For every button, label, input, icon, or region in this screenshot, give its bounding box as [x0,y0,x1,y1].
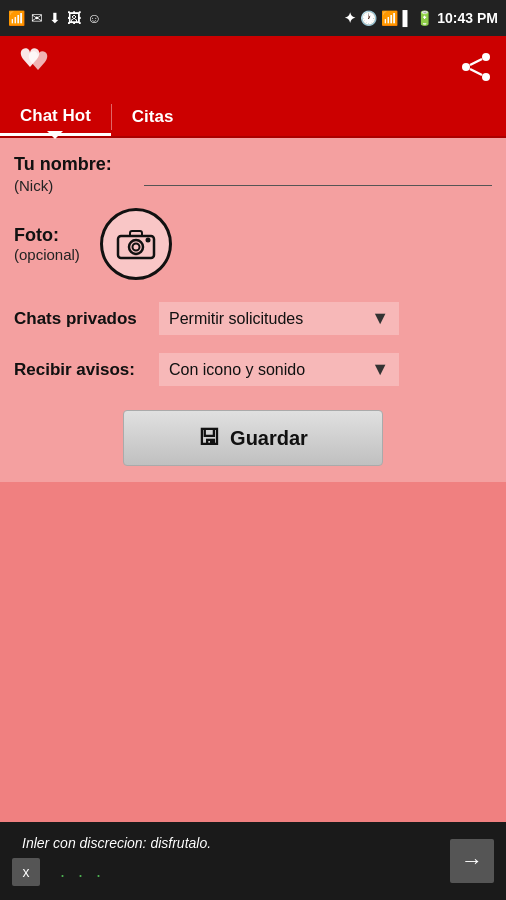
svg-line-3 [470,59,482,65]
chats-privados-dropdown[interactable]: Permitir solicitudes ▼ [159,302,399,335]
svg-point-8 [145,238,150,243]
time-display: 10:43 PM [437,10,498,26]
svg-point-6 [129,240,143,254]
photo-label-block: Foto: (opcional) [14,225,80,263]
app-logo [12,45,72,90]
photo-section: Foto: (opcional) [14,208,492,280]
main-content: Tu nombre: (Nick) Foto: (opcional) [0,138,506,482]
message-icon: ✉ [31,10,43,26]
svg-point-1 [462,63,470,71]
banner-dots: · · · [60,865,105,886]
name-field-row: Tu nombre: (Nick) [14,154,492,194]
status-icons-left: 📶 ✉ ⬇ 🖼 ☺ [8,10,101,26]
banner-close-label: x [23,864,30,880]
smiley-icon: ☺ [87,10,101,26]
bottom-banner: Inler con discrecion: disfrutalo. x · · … [0,822,506,900]
tab-bar: Chat Hot Citas [0,98,506,138]
save-button[interactable]: 🖫 Guardar [123,410,383,466]
chats-privados-arrow-icon: ▼ [371,308,389,329]
tab-citas[interactable]: Citas [112,98,194,136]
image-icon: 🖼 [67,10,81,26]
tab-chat-hot-label: Chat Hot [20,106,91,126]
photo-label: Foto: [14,225,80,246]
status-bar: 📶 ✉ ⬇ 🖼 ☺ ✦ 🕐 📶 ▌ 🔋 10:43 PM [0,0,506,36]
wifi-icon: 📶 [381,10,398,26]
notification-icon: 📶 [8,10,25,26]
camera-icon [116,228,156,260]
banner-arrow-button[interactable]: → [450,839,494,883]
camera-button[interactable] [100,208,172,280]
bluetooth-icon: ✦ [344,10,356,26]
svg-point-0 [482,53,490,61]
banner-close-button[interactable]: x [12,858,40,886]
svg-point-2 [482,73,490,81]
recibir-avisos-arrow-icon: ▼ [371,359,389,380]
download-icon: ⬇ [49,10,61,26]
chats-privados-value: Permitir solicitudes [169,310,363,328]
tab-chat-hot[interactable]: Chat Hot [0,98,111,136]
status-icons-right: ✦ 🕐 📶 ▌ 🔋 10:43 PM [344,10,498,26]
recibir-avisos-label: Recibir avisos: [14,360,159,380]
signal-icon: ▌ [402,10,412,26]
chats-privados-label: Chats privados [14,309,159,329]
chats-privados-row: Chats privados Permitir solicitudes ▼ [14,302,492,335]
share-button[interactable] [458,49,494,85]
share-icon [460,51,492,83]
hearts-logo-svg [12,45,72,90]
banner-arrow-label: → [461,848,483,874]
save-section: 🖫 Guardar [14,410,492,466]
recibir-avisos-row: Recibir avisos: Con icono y sonido ▼ [14,353,492,386]
name-label: Tu nombre: [14,154,144,175]
recibir-avisos-dropdown[interactable]: Con icono y sonido ▼ [159,353,399,386]
recibir-avisos-value: Con icono y sonido [169,361,363,379]
save-label: Guardar [230,427,308,450]
banner-text: Inler con discrecion: disfrutalo. [12,835,221,851]
clock-icon: 🕐 [360,10,377,26]
photo-sublabel: (opcional) [14,246,80,263]
name-sublabel: (Nick) [14,177,144,194]
tab-citas-label: Citas [132,107,174,127]
name-label-block: Tu nombre: (Nick) [14,154,144,194]
svg-line-4 [470,69,482,75]
svg-point-7 [132,244,139,251]
app-header [0,36,506,98]
save-icon: 🖫 [198,425,220,451]
battery-icon: 🔋 [416,10,433,26]
name-input[interactable] [144,163,492,186]
